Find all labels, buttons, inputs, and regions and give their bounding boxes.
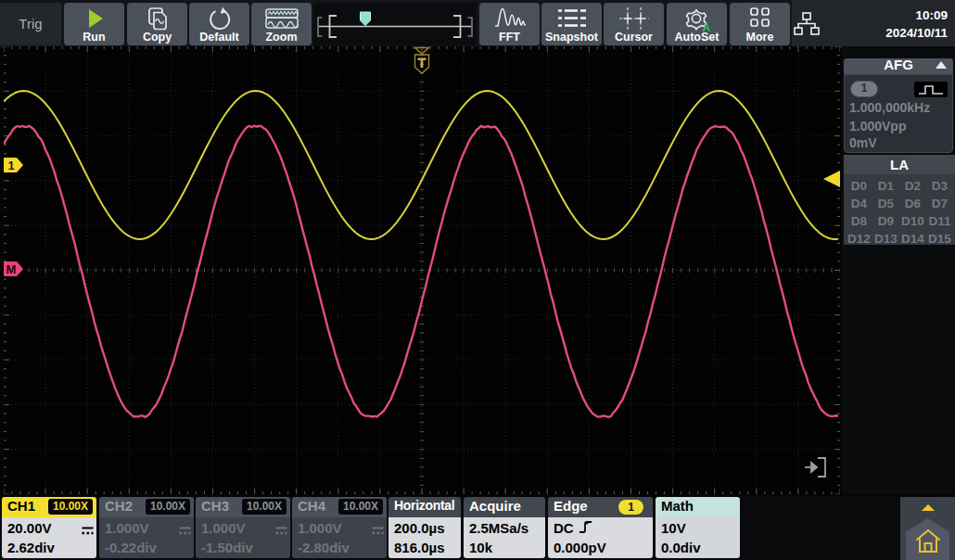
svg-text:1: 1 bbox=[7, 159, 14, 172]
svg-text:M: M bbox=[6, 262, 17, 276]
